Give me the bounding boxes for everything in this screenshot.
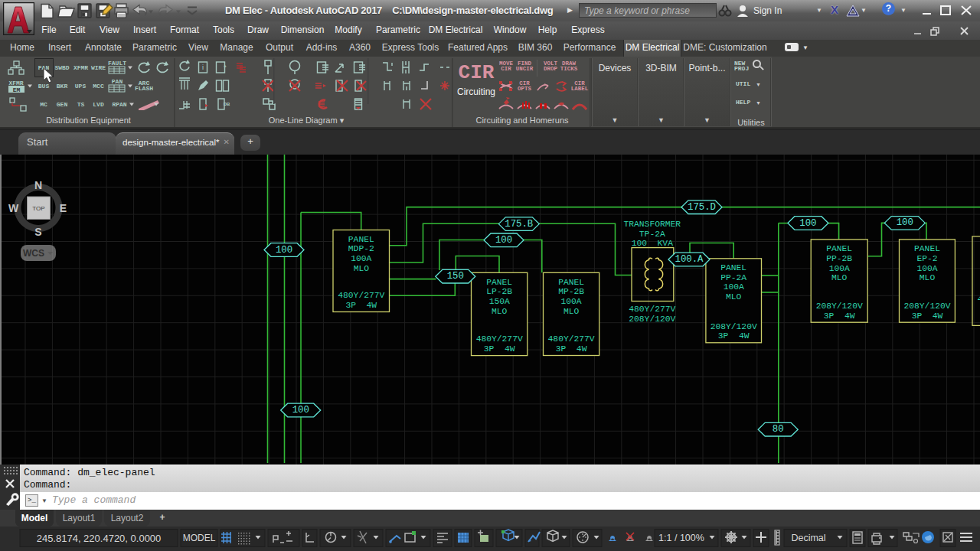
svg-text:100A: 100A bbox=[724, 282, 744, 292]
svg-text:CIR: CIR bbox=[459, 61, 495, 84]
svg-text:DB: DB bbox=[224, 102, 230, 106]
svg-text:MLO: MLO bbox=[492, 307, 508, 316]
svg-text:TS: TS bbox=[77, 101, 85, 108]
svg-text:W: W bbox=[8, 202, 19, 214]
svg-text:MC: MC bbox=[40, 101, 47, 108]
svg-text:MDP-2: MDP-2 bbox=[348, 244, 374, 253]
svg-text:TICKS: TICKS bbox=[560, 66, 578, 72]
svg-text:Decimal: Decimal bbox=[791, 533, 825, 543]
svg-text:N: N bbox=[34, 179, 42, 191]
svg-text:PANEL: PANEL bbox=[914, 244, 940, 253]
svg-text:UPS: UPS bbox=[75, 83, 87, 90]
svg-text:Circuiting: Circuiting bbox=[457, 86, 495, 97]
svg-text:480Y/277V: 480Y/277V bbox=[338, 291, 384, 300]
svg-text:245.8174, 220.4720, 0.0000: 245.8174, 220.4720, 0.0000 bbox=[37, 533, 162, 544]
svg-text:PANEL: PANEL bbox=[826, 244, 852, 253]
svg-text:LVD: LVD bbox=[93, 101, 104, 108]
svg-text:1:1 / 100%: 1:1 / 100% bbox=[658, 533, 704, 543]
svg-text:MLO: MLO bbox=[726, 292, 742, 302]
svg-text:TOP: TOP bbox=[32, 205, 44, 212]
svg-text:PANEL: PANEL bbox=[486, 278, 512, 287]
svg-text:FAULT: FAULT bbox=[108, 60, 126, 67]
svg-text:3P 4W: 3P 4W bbox=[824, 311, 855, 321]
svg-text:3P 4W: 3P 4W bbox=[484, 344, 515, 354]
svg-text:i: i bbox=[202, 64, 204, 71]
svg-text:208Y/120V: 208Y/120V bbox=[903, 302, 950, 311]
svg-text:150A: 150A bbox=[489, 297, 510, 306]
svg-text:3P 4W: 3P 4W bbox=[718, 331, 750, 341]
svg-text:3P 4W: 3P 4W bbox=[556, 344, 587, 354]
svg-text:150: 150 bbox=[447, 271, 464, 282]
svg-text:TRANSFORMER: TRANSFORMER bbox=[624, 220, 681, 229]
svg-text:CIR: CIR bbox=[501, 66, 511, 72]
svg-text:MLO: MLO bbox=[354, 264, 370, 273]
svg-text:80: 80 bbox=[773, 424, 784, 435]
svg-text:BKR: BKR bbox=[57, 83, 68, 90]
svg-text:208Y/120V: 208Y/120V bbox=[629, 315, 675, 324]
svg-text:208Y/120V: 208Y/120V bbox=[816, 302, 863, 311]
svg-text:MLO: MLO bbox=[564, 307, 580, 316]
svg-text:OPTS: OPTS bbox=[518, 86, 532, 92]
svg-text:3P 4W: 3P 4W bbox=[345, 301, 377, 310]
svg-text:100 KVA: 100 KVA bbox=[632, 239, 673, 248]
svg-text:WIRE: WIRE bbox=[91, 64, 106, 71]
svg-text:100: 100 bbox=[495, 235, 512, 246]
svg-text:100: 100 bbox=[897, 217, 913, 228]
svg-text:PANEL: PANEL bbox=[348, 235, 374, 244]
svg-text:100A: 100A bbox=[351, 254, 371, 263]
svg-text:DROP: DROP bbox=[544, 66, 558, 72]
svg-text:PANEL: PANEL bbox=[720, 263, 746, 272]
svg-text:480Y/277V: 480Y/277V bbox=[548, 334, 595, 344]
svg-text:100.A: 100.A bbox=[675, 254, 704, 265]
svg-text:175.D: 175.D bbox=[688, 202, 716, 213]
svg-text:480Y/277V: 480Y/277V bbox=[476, 334, 523, 344]
svg-text:PP-2B: PP-2B bbox=[826, 254, 852, 263]
svg-text:UNCIR: UNCIR bbox=[516, 66, 534, 72]
svg-text:100: 100 bbox=[799, 218, 816, 229]
svg-text:4: 4 bbox=[978, 295, 980, 304]
svg-text:MCC: MCC bbox=[93, 83, 104, 90]
svg-text:100A: 100A bbox=[561, 297, 582, 306]
svg-text:EP-2: EP-2 bbox=[916, 254, 937, 263]
svg-text:GEN: GEN bbox=[57, 101, 68, 108]
svg-text:SWBD: SWBD bbox=[54, 64, 69, 71]
svg-text:E: E bbox=[60, 202, 67, 214]
svg-text:MODEL: MODEL bbox=[183, 533, 216, 543]
svg-text:LP-2B: LP-2B bbox=[486, 287, 512, 296]
svg-text:100: 100 bbox=[276, 245, 292, 256]
svg-text:3P 4W: 3P 4W bbox=[912, 311, 943, 321]
svg-text:LABEL: LABEL bbox=[571, 86, 589, 92]
svg-text:PP-2A: PP-2A bbox=[720, 273, 746, 282]
svg-text:100: 100 bbox=[292, 405, 309, 416]
svg-text:100A: 100A bbox=[829, 264, 850, 273]
svg-text:208Y/120V: 208Y/120V bbox=[710, 322, 757, 331]
svg-text:100A: 100A bbox=[916, 264, 937, 273]
svg-text:TP-2A: TP-2A bbox=[639, 230, 665, 239]
svg-text:RPAN: RPAN bbox=[112, 101, 126, 108]
svg-text:XFMR: XFMR bbox=[8, 80, 23, 86]
svg-text:MP-2B: MP-2B bbox=[558, 287, 584, 296]
svg-text:MLO: MLO bbox=[920, 273, 936, 282]
svg-text:MLO: MLO bbox=[831, 273, 848, 282]
svg-text:PANEL: PANEL bbox=[558, 278, 584, 287]
svg-text:480Y/277V: 480Y/277V bbox=[629, 305, 675, 314]
svg-text:S: S bbox=[34, 226, 41, 238]
svg-text:*: * bbox=[224, 64, 227, 71]
svg-text:FLASH: FLASH bbox=[135, 85, 153, 92]
svg-text:175.B: 175.B bbox=[505, 219, 533, 230]
svg-text:PAN: PAN bbox=[112, 78, 123, 85]
svg-text:XFMR: XFMR bbox=[74, 64, 88, 71]
svg-text:WCS: WCS bbox=[23, 248, 44, 259]
svg-text:EM: EM bbox=[13, 86, 21, 93]
